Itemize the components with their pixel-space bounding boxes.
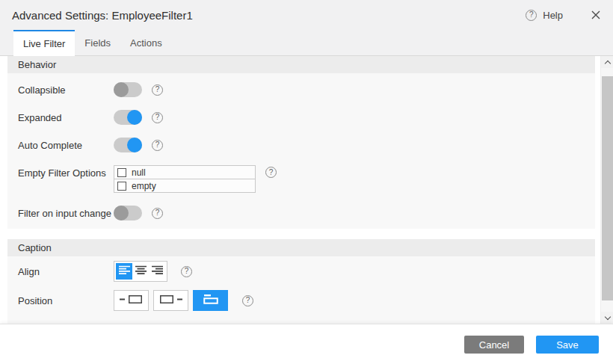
- close-icon[interactable]: [591, 10, 600, 19]
- align-left-icon: [119, 265, 130, 277]
- empty-filter-options-label: Empty Filter Options: [18, 165, 114, 179]
- caption-position-left-button[interactable]: [114, 290, 149, 311]
- settings-content: Behavior Collapsible ? Expanded ? Auto C…: [0, 56, 600, 324]
- position-row: Position: [18, 290, 595, 311]
- help-icon[interactable]: ?: [526, 10, 537, 21]
- align-right-icon: [152, 265, 163, 277]
- caption-right-icon: [159, 294, 182, 307]
- behavior-section: Behavior Collapsible ? Expanded ? Auto C…: [7, 56, 595, 229]
- cancel-button[interactable]: Cancel: [464, 336, 524, 354]
- align-left-button[interactable]: [116, 263, 132, 280]
- caption-position-right-button[interactable]: [153, 290, 188, 311]
- caption-section-header: Caption: [7, 239, 595, 256]
- collapsible-help-icon[interactable]: ?: [152, 84, 163, 96]
- align-label: Align: [18, 266, 114, 277]
- caption-section: Caption Align: [7, 239, 595, 324]
- expanded-help-icon[interactable]: ?: [152, 112, 163, 123]
- filter-on-input-change-help-icon[interactable]: ?: [152, 208, 163, 219]
- empty-option-label: empty: [132, 181, 156, 191]
- behavior-section-header: Behavior: [7, 56, 595, 73]
- auto-complete-label: Auto Complete: [18, 140, 114, 151]
- caption-position-top-button[interactable]: [193, 290, 228, 311]
- footer-buttons: Cancel Save: [464, 336, 599, 354]
- empty-filter-options-list: null empty: [114, 165, 256, 193]
- caption-section-body: Align: [7, 256, 595, 324]
- dialog-title: Advanced Settings: EmployeeFilter1: [12, 9, 526, 22]
- dialog-footer: Cancel Save: [0, 324, 613, 364]
- filter-on-input-change-row: Filter on input change ?: [18, 206, 595, 220]
- scroll-up-button[interactable]: [601, 56, 613, 68]
- filter-on-input-change-toggle[interactable]: [114, 206, 142, 220]
- collapsible-label: Collapsible: [18, 84, 114, 96]
- titlebar-actions: ? Help: [526, 10, 600, 21]
- empty-filter-options-help-icon[interactable]: ?: [265, 167, 277, 178]
- position-help-icon[interactable]: ?: [242, 295, 253, 306]
- empty-filter-options-row: Empty Filter Options null empty ?: [18, 165, 595, 193]
- toggle-knob: [127, 138, 142, 152]
- help-link[interactable]: Help: [543, 10, 563, 21]
- tab-fields[interactable]: Fields: [75, 30, 120, 55]
- toggle-knob: [114, 82, 129, 97]
- dialog-titlebar: Advanced Settings: EmployeeFilter1 ? Hel…: [0, 0, 613, 30]
- position-label: Position: [18, 295, 114, 306]
- align-center-icon: [135, 265, 147, 277]
- toggle-knob: [114, 206, 129, 220]
- expanded-row: Expanded ?: [18, 110, 595, 125]
- save-button[interactable]: Save: [536, 336, 599, 354]
- align-help-icon[interactable]: ?: [181, 266, 192, 277]
- caption-top-icon: [203, 294, 218, 307]
- advanced-settings-dialog: Advanced Settings: EmployeeFilter1 ? Hel…: [0, 0, 613, 364]
- empty-checkbox[interactable]: [117, 182, 126, 191]
- chevron-down-icon: [604, 313, 610, 319]
- toggle-knob: [127, 110, 142, 125]
- auto-complete-toggle[interactable]: [114, 138, 142, 152]
- collapsible-row: Collapsible ?: [18, 82, 595, 97]
- scrollbar-thumb[interactable]: [602, 76, 613, 300]
- align-button-group: [114, 261, 167, 282]
- null-option-label: null: [132, 167, 146, 178]
- tab-actions[interactable]: Actions: [120, 30, 172, 55]
- caption-left-icon: [120, 294, 143, 307]
- scroll-down-button[interactable]: [601, 312, 613, 324]
- collapsible-toggle[interactable]: [114, 82, 142, 97]
- option-empty[interactable]: empty: [114, 179, 256, 193]
- auto-complete-row: Auto Complete ?: [18, 138, 595, 152]
- expanded-label: Expanded: [18, 112, 114, 123]
- align-right-button[interactable]: [149, 263, 165, 280]
- behavior-section-body: Collapsible ? Expanded ? Auto Complete ?…: [7, 73, 595, 229]
- filter-on-input-change-label: Filter on input change: [18, 208, 114, 219]
- expanded-toggle[interactable]: [114, 110, 142, 125]
- tab-live-filter[interactable]: Live Filter: [13, 30, 75, 56]
- align-center-button[interactable]: [132, 263, 149, 280]
- vertical-scrollbar[interactable]: [600, 56, 613, 324]
- chevron-up-icon: [604, 60, 610, 66]
- align-row: Align: [18, 261, 595, 282]
- auto-complete-help-icon[interactable]: ?: [152, 140, 163, 151]
- tab-bar: Live Filter Fields Actions: [0, 30, 613, 56]
- null-checkbox[interactable]: [117, 168, 126, 177]
- option-null[interactable]: null: [114, 165, 256, 179]
